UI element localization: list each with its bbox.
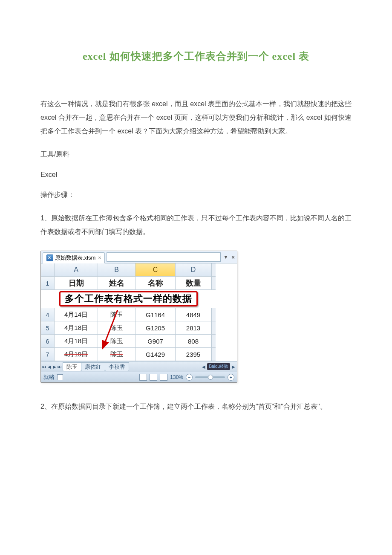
sheet-tab-active[interactable]: 陈玉 <box>63 362 81 371</box>
intro-paragraph: 有这么一种情况，就是我们有很多张 excel，而且 excel 表里面的公式基本… <box>40 97 352 138</box>
steps-heading: 操作步骤： <box>40 191 352 199</box>
watermark: Baidu经验 <box>207 363 230 370</box>
zoom-out-button[interactable]: − <box>186 374 193 381</box>
scroll-left-icon[interactable]: ◀ <box>201 364 206 369</box>
page-title: excel 如何快速把多个工作表合并到一个 excel 表 <box>40 49 352 63</box>
table-cell[interactable]: 4月18日 <box>55 335 98 348</box>
table-cell[interactable]: G1164 <box>135 308 176 321</box>
tool-item: Excel <box>40 171 352 179</box>
file-tab-bar: 原始数据表.xlsm × ▼ × <box>41 251 237 263</box>
zoom-in-button[interactable]: + <box>228 374 234 381</box>
table-cell[interactable]: 4月19日 <box>55 348 98 361</box>
status-bar: 就绪 130% − + <box>41 372 237 382</box>
table-cell[interactable]: 陈玉 <box>98 321 135 335</box>
window-collapse-icon[interactable]: × <box>229 254 237 260</box>
workbook-filename: 原始数据表.xlsm <box>55 254 95 262</box>
tools-heading: 工具/原料 <box>40 150 352 159</box>
view-normal-icon[interactable] <box>139 374 147 381</box>
sheet-tabs-bar: ⏮ ◀ ▶ ⏭ 陈玉 康佑红 李秋香 ◀ Baidu经验 ▶ <box>41 361 237 372</box>
table-cell[interactable]: 陈玉 <box>98 335 135 348</box>
excel-file-icon <box>46 254 53 261</box>
close-workbook-icon[interactable]: × <box>98 255 101 261</box>
nav-first-icon[interactable]: ⏮ <box>42 364 47 369</box>
row-header[interactable]: 5 <box>41 321 55 335</box>
col-header-c[interactable]: C <box>135 263 176 277</box>
formula-bar[interactable] <box>107 252 221 262</box>
row-header[interactable]: 6 <box>41 335 55 348</box>
header-name[interactable]: 姓名 <box>98 277 135 290</box>
header-title[interactable]: 名称 <box>135 277 176 290</box>
workbook-tab[interactable]: 原始数据表.xlsm × <box>43 252 105 263</box>
col-header-b[interactable]: B <box>98 263 135 277</box>
nav-prev-icon[interactable]: ◀ <box>47 364 52 369</box>
spreadsheet-grid: A B C D 1 日期 姓名 名称 数量 多个工作表有格式一样的数据 4 4月… <box>41 263 237 361</box>
annotation-text: 多个工作表有格式一样的数据 <box>59 291 198 306</box>
select-all-corner[interactable] <box>41 263 55 277</box>
table-cell[interactable]: G1205 <box>135 321 176 335</box>
sheet-tab[interactable]: 李秋香 <box>105 362 129 371</box>
row-header[interactable]: 7 <box>41 348 55 361</box>
header-date[interactable]: 日期 <box>55 277 98 290</box>
zoom-level[interactable]: 130% <box>170 374 183 380</box>
step-2: 2、在原始数据同目录下新建一个工作簿，建立两个工作表，名称分别为"首页"和"合并… <box>40 400 352 413</box>
table-cell[interactable]: 2813 <box>176 321 211 335</box>
nav-next-icon[interactable]: ▶ <box>52 364 57 369</box>
table-cell[interactable]: 4月18日 <box>55 321 98 335</box>
dropdown-icon[interactable]: ▼ <box>222 254 229 260</box>
view-layout-icon[interactable] <box>150 374 157 381</box>
table-cell[interactable]: 4849 <box>176 308 211 321</box>
scroll-right-icon[interactable]: ▶ <box>231 364 236 369</box>
col-header-a[interactable]: A <box>55 263 98 277</box>
nav-last-icon[interactable]: ⏭ <box>57 364 62 369</box>
row-header[interactable]: 4 <box>41 308 55 321</box>
col-header-d[interactable]: D <box>176 263 211 277</box>
sheet-tab[interactable]: 康佑红 <box>81 362 105 371</box>
table-cell[interactable]: 4月14日 <box>55 308 98 321</box>
status-ready-label: 就绪 <box>43 373 55 381</box>
zoom-slider[interactable] <box>195 376 225 378</box>
row-header-1[interactable]: 1 <box>41 277 55 290</box>
table-cell[interactable]: 808 <box>176 335 211 348</box>
header-qty[interactable]: 数量 <box>176 277 211 290</box>
scroll-edge <box>211 263 216 277</box>
step-1: 1、原始数据所在工作簿包含多个格式相同的工作表，只不过每个工作表内容不同，比如说… <box>40 211 352 239</box>
table-cell[interactable]: 2395 <box>176 348 211 361</box>
excel-screenshot: 原始数据表.xlsm × ▼ × A B C D 1 日期 姓名 名称 数量 多… <box>40 251 237 383</box>
table-cell[interactable]: 陈玉 <box>98 308 135 321</box>
annotation-banner: 多个工作表有格式一样的数据 <box>41 290 216 308</box>
view-break-icon[interactable] <box>160 374 167 381</box>
table-cell[interactable]: 陈玉 <box>98 348 135 361</box>
table-cell[interactable]: G1429 <box>135 348 176 361</box>
table-cell[interactable]: G907 <box>135 335 176 348</box>
macro-record-icon[interactable] <box>57 374 63 380</box>
sheet-nav-buttons: ⏮ ◀ ▶ ⏭ <box>41 364 63 369</box>
document-page: excel 如何快速把多个工作表合并到一个 excel 表 有这么一种情况，就是… <box>0 0 392 555</box>
